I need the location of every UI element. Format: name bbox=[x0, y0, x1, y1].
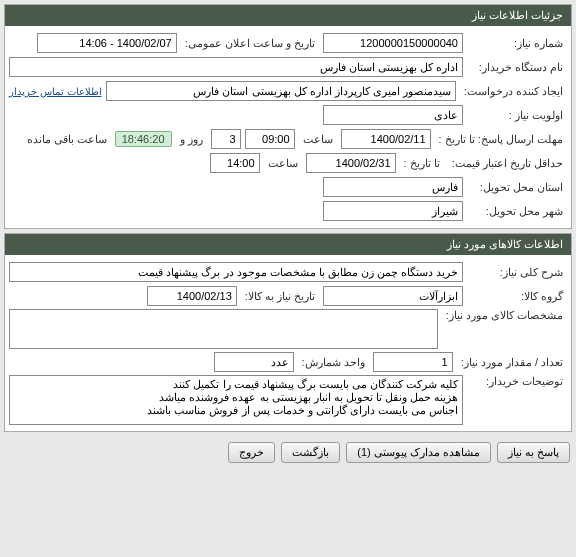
row-need-number: شماره نیاز: تاریخ و ساعت اعلان عمومی: bbox=[9, 32, 567, 54]
row-buyer: نام دستگاه خریدار: bbox=[9, 56, 567, 78]
announce-label: تاریخ و ساعت اعلان عمومی: bbox=[181, 37, 319, 50]
notes-label: توضیحات خریدار: bbox=[467, 375, 567, 388]
unit-label: واحد شمارش: bbox=[298, 356, 369, 369]
priority-field[interactable] bbox=[323, 105, 463, 125]
province-label: استان محل تحویل: bbox=[467, 181, 567, 194]
section2-title: اطلاعات کالاهای مورد نیاز bbox=[5, 234, 571, 255]
specs-field[interactable] bbox=[9, 309, 438, 349]
desc-field[interactable] bbox=[9, 262, 463, 282]
announce-field[interactable] bbox=[37, 33, 177, 53]
respond-button[interactable]: پاسخ به نیاز bbox=[497, 442, 570, 463]
unit-field[interactable] bbox=[214, 352, 294, 372]
attachments-button[interactable]: مشاهده مدارک پیوستی (1) bbox=[346, 442, 491, 463]
qty-label: تعداد / مقدار مورد نیاز: bbox=[457, 356, 567, 369]
group-field[interactable] bbox=[323, 286, 463, 306]
countdown-badge: 18:46:20 bbox=[115, 131, 172, 147]
row-city: شهر محل تحویل: bbox=[9, 200, 567, 222]
need-number-label: شماره نیاز: bbox=[467, 37, 567, 50]
contact-link[interactable]: اطلاعات تماس خریدار bbox=[9, 86, 102, 97]
city-label: شهر محل تحویل: bbox=[467, 205, 567, 218]
group-date-field[interactable] bbox=[147, 286, 237, 306]
row-notes: توضیحات خریدار: کلیه شرکت کنندگان می بای… bbox=[9, 375, 567, 425]
deadline-label: مهلت ارسال پاسخ: تا تاریخ : bbox=[435, 133, 567, 146]
specs-label: مشخصات کالای مورد نیاز: bbox=[442, 309, 567, 322]
notes-field[interactable]: کلیه شرکت کنندگان می بایست برگ پیشنهاد ق… bbox=[9, 375, 463, 425]
section1-title: جزئیات اطلاعات نیاز bbox=[5, 5, 571, 26]
province-field[interactable] bbox=[323, 177, 463, 197]
exit-button[interactable]: خروج bbox=[228, 442, 275, 463]
validity-label: حداقل تاریخ اعتبار قیمت: bbox=[448, 157, 567, 170]
buyer-field[interactable] bbox=[9, 57, 463, 77]
deadline-date-field[interactable] bbox=[341, 129, 431, 149]
buyer-label: نام دستگاه خریدار: bbox=[467, 61, 567, 74]
group-date-label: تاریخ نیاز به کالا: bbox=[241, 290, 319, 303]
group-label: گروه کالا: bbox=[467, 290, 567, 303]
creator-label: ایجاد کننده درخواست: bbox=[460, 85, 567, 98]
need-details-panel: جزئیات اطلاعات نیاز شماره نیاز: تاریخ و … bbox=[4, 4, 572, 229]
creator-field[interactable] bbox=[106, 81, 456, 101]
row-deadline: مهلت ارسال پاسخ: تا تاریخ : ساعت روز و 1… bbox=[9, 128, 567, 150]
button-bar: پاسخ به نیاز مشاهده مدارک پیوستی (1) باز… bbox=[0, 436, 576, 469]
back-button[interactable]: بازگشت bbox=[281, 442, 340, 463]
deadline-time-label: ساعت bbox=[299, 133, 337, 146]
validity-time-field[interactable] bbox=[210, 153, 260, 173]
row-creator: ایجاد کننده درخواست: اطلاعات تماس خریدار bbox=[9, 80, 567, 102]
row-specs: مشخصات کالای مورد نیاز: bbox=[9, 309, 567, 349]
section2-body: شرح کلی نیاز: گروه کالا: تاریخ نیاز به ک… bbox=[5, 255, 571, 431]
goods-panel: اطلاعات کالاهای مورد نیاز شرح کلی نیاز: … bbox=[4, 233, 572, 432]
validity-until-label: تا تاریخ : bbox=[400, 157, 444, 170]
qty-field[interactable] bbox=[373, 352, 453, 372]
remain-label: ساعت باقی مانده bbox=[23, 133, 111, 146]
need-number-field[interactable] bbox=[323, 33, 463, 53]
validity-date-field[interactable] bbox=[306, 153, 396, 173]
priority-label: اولویت نیاز : bbox=[467, 109, 567, 122]
validity-time-label: ساعت bbox=[264, 157, 302, 170]
row-qty: تعداد / مقدار مورد نیاز: واحد شمارش: bbox=[9, 351, 567, 373]
desc-label: شرح کلی نیاز: bbox=[467, 266, 567, 279]
row-province: استان محل تحویل: bbox=[9, 176, 567, 198]
deadline-time-field[interactable] bbox=[245, 129, 295, 149]
deadline-days-field[interactable] bbox=[211, 129, 241, 149]
row-priority: اولویت نیاز : bbox=[9, 104, 567, 126]
row-validity: حداقل تاریخ اعتبار قیمت: تا تاریخ : ساعت bbox=[9, 152, 567, 174]
city-field[interactable] bbox=[323, 201, 463, 221]
row-group: گروه کالا: تاریخ نیاز به کالا: bbox=[9, 285, 567, 307]
deadline-days-label: روز و bbox=[176, 133, 207, 146]
row-desc: شرح کلی نیاز: bbox=[9, 261, 567, 283]
section1-body: شماره نیاز: تاریخ و ساعت اعلان عمومی: نا… bbox=[5, 26, 571, 228]
